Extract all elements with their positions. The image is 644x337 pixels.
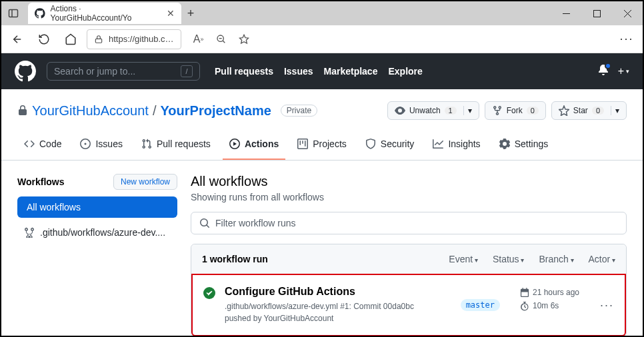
github-favicon <box>35 8 45 19</box>
eye-icon <box>395 105 405 116</box>
workflow-runs-box: 1 workflow run Event Status Branch Actor… <box>191 244 627 337</box>
github-header: Search or jump to... / Pull requests Iss… <box>1 53 643 89</box>
search-placeholder: Search or jump to... <box>54 66 135 77</box>
run-name: Configure GitHub Actions <box>225 286 441 298</box>
tab-code[interactable]: Code <box>17 133 68 160</box>
home-button[interactable] <box>60 29 81 50</box>
unwatch-button[interactable]: Unwatch 1 ▾ <box>387 101 479 120</box>
repo-header: YourGitHubAccount / YourProjectName Priv… <box>1 89 643 120</box>
favorite-icon[interactable] <box>236 33 252 45</box>
all-workflows-item[interactable]: All workflows <box>17 196 177 218</box>
repo-tabs: Code Issues Pull requests Actions Projec… <box>1 133 643 161</box>
lock-icon <box>94 35 103 44</box>
run-time-ago: 21 hours ago <box>533 286 579 299</box>
run-desc-line1: .github/workflows/azure-dev.yml #1: Comm… <box>225 300 441 312</box>
github-search-input[interactable]: Search or jump to... / <box>47 62 200 81</box>
tab-projects[interactable]: Projects <box>291 133 353 160</box>
filter-status[interactable]: Status <box>493 254 524 264</box>
tab-close-icon[interactable]: ✕ <box>167 8 175 19</box>
search-icon <box>199 218 210 228</box>
add-dropdown[interactable]: +▾ <box>618 65 629 77</box>
workflow-run-row[interactable]: Configure GitHub Actions .github/workflo… <box>191 274 626 336</box>
url-box[interactable]: https://github.c… <box>87 29 181 49</box>
filter-branch[interactable]: Branch <box>539 254 573 264</box>
nav-issues[interactable]: Issues <box>284 66 313 77</box>
github-logo-icon[interactable] <box>15 61 36 82</box>
browser-tab[interactable]: Actions · YourGitHubAccount/Yo ✕ <box>28 3 181 24</box>
browser-tab-bar: Actions · YourGitHubAccount/Yo ✕ + <box>1 1 643 25</box>
svg-line-9 <box>223 41 225 43</box>
refresh-button[interactable] <box>33 29 55 50</box>
svg-rect-3 <box>593 10 600 17</box>
minimize-button[interactable] <box>551 1 581 25</box>
repo-owner-link[interactable]: YourGitHubAccount <box>32 103 149 119</box>
new-workflow-button[interactable]: New workflow <box>113 174 177 190</box>
star-button[interactable]: Star 0 ▾ <box>551 101 627 120</box>
stopwatch-icon <box>520 302 529 311</box>
chevron-down-icon: ▾ <box>463 106 472 115</box>
workflow-item[interactable]: .github/workflows/azure-dev.... <box>17 223 177 242</box>
nav-marketplace[interactable]: Marketplace <box>324 66 378 77</box>
tab-panel-icon[interactable] <box>1 8 25 19</box>
page-title: All workflows <box>191 174 627 189</box>
sidebar-title: Workflows <box>17 176 65 187</box>
page-subtitle: Showing runs from all workflows <box>191 192 627 202</box>
tab-insights[interactable]: Insights <box>426 133 487 160</box>
address-bar: https://github.c… A» ··· <box>1 25 643 53</box>
tab-title: Actions · YourGitHubAccount/Yo <box>51 4 161 23</box>
filter-placeholder: Filter workflow runs <box>215 218 296 228</box>
lock-icon <box>17 105 28 116</box>
tab-issues[interactable]: Issues <box>73 133 129 160</box>
success-check-icon <box>203 287 215 299</box>
svg-marker-12 <box>559 106 569 116</box>
filter-input[interactable]: Filter workflow runs <box>191 212 627 234</box>
run-count-label: 1 workflow run <box>202 254 268 264</box>
filter-actor[interactable]: Actor <box>589 254 615 264</box>
url-text: https://github.c… <box>109 34 174 44</box>
zoom-icon[interactable] <box>213 33 229 45</box>
workflow-icon <box>24 227 35 238</box>
notification-dot <box>605 63 611 69</box>
repo-name-link[interactable]: YourProjectName <box>160 103 271 119</box>
star-icon <box>559 105 569 116</box>
browser-more-button[interactable]: ··· <box>616 32 637 46</box>
filter-event[interactable]: Event <box>449 254 478 264</box>
fork-icon <box>492 105 503 116</box>
svg-marker-11 <box>239 35 248 43</box>
back-button[interactable] <box>7 29 28 50</box>
tab-settings[interactable]: Settings <box>493 133 555 160</box>
chevron-down-icon: ▾ <box>611 106 619 115</box>
nav-explore[interactable]: Explore <box>388 66 422 77</box>
svg-rect-7 <box>95 39 101 43</box>
fork-button[interactable]: Fork 0 <box>485 101 546 120</box>
calendar-icon <box>520 288 529 297</box>
run-desc-line2: pushed by YourGitHubAccount <box>225 312 441 324</box>
tab-actions[interactable]: Actions <box>223 133 285 160</box>
visibility-badge: Private <box>281 105 317 117</box>
workflows-sidebar: Workflows New workflow All workflows .gi… <box>17 174 177 337</box>
workflow-item-label: .github/workflows/azure-dev.... <box>40 227 165 238</box>
tab-security[interactable]: Security <box>359 133 421 160</box>
notifications-button[interactable] <box>598 65 609 78</box>
maximize-button[interactable] <box>581 1 612 25</box>
reader-icon[interactable]: A» <box>191 33 207 45</box>
tab-pull-requests[interactable]: Pull requests <box>135 133 217 160</box>
close-window-button[interactable] <box>612 1 643 25</box>
svg-rect-0 <box>9 10 18 17</box>
branch-badge[interactable]: master <box>461 299 500 311</box>
slash-key-icon: / <box>181 65 193 77</box>
run-duration: 10m 6s <box>533 299 559 312</box>
run-more-button[interactable]: ··· <box>600 298 614 312</box>
nav-pull-requests[interactable]: Pull requests <box>215 66 273 77</box>
new-tab-button[interactable]: + <box>181 7 200 21</box>
